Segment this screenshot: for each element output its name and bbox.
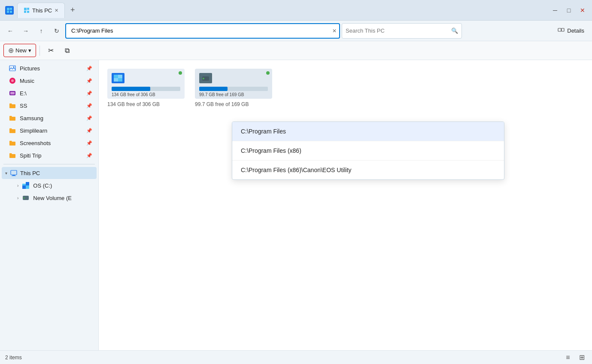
- svg-rect-16: [11, 170, 17, 175]
- search-input[interactable]: [346, 27, 449, 34]
- back-button[interactable]: ←: [3, 24, 17, 38]
- drive-free-label-c: 134 GB free of 306 GB: [107, 101, 160, 107]
- sidebar-item-music[interactable]: Music 📌: [2, 75, 97, 87]
- up-button[interactable]: ↑: [34, 24, 48, 38]
- up-icon: ↑: [40, 27, 43, 34]
- sidebar-item-label: New Volume (E: [33, 195, 72, 201]
- item-count: 2 items: [5, 355, 22, 361]
- svg-rect-0: [7, 8, 9, 10]
- details-label: Details: [567, 27, 584, 34]
- new-label: New: [15, 47, 27, 54]
- drives-container: 134 GB free of 306 GB 134 GB free of 306…: [107, 69, 583, 107]
- autocomplete-item-1[interactable]: C:\Program Files (x86): [232, 141, 504, 161]
- autocomplete-item-0[interactable]: C:\Program Files: [232, 122, 504, 141]
- pin-icon: 📌: [86, 128, 92, 133]
- svg-rect-9: [562, 28, 564, 31]
- new-tab-button[interactable]: +: [67, 4, 79, 16]
- drive-bar-bg-e: [199, 87, 268, 91]
- sidebar-item-newvolume[interactable]: › New Volume (E: [10, 192, 97, 204]
- maximize-button[interactable]: □: [565, 7, 573, 14]
- forward-icon: →: [23, 27, 29, 34]
- nav-bar: ← → ↑ ↻ ✕ 🔍 Details: [0, 21, 592, 41]
- tab-label: This PC: [32, 7, 52, 14]
- sidebar-item-pictures[interactable]: Pictures 📌: [2, 62, 97, 74]
- address-clear-button[interactable]: ✕: [332, 28, 337, 34]
- drive-visual-c: 134 GB free of 306 GB: [107, 69, 185, 99]
- sidebar-item-label: Spiti Trip: [20, 152, 42, 159]
- os-drive-icon: [22, 182, 30, 189]
- svg-rect-25: [114, 75, 118, 78]
- forward-button[interactable]: →: [19, 24, 33, 38]
- svg-rect-18: [12, 176, 16, 176]
- svg-rect-4: [24, 8, 27, 10]
- details-button[interactable]: Details: [553, 26, 589, 36]
- sidebar-item-spiti[interactable]: Spiti Trip 📌: [2, 149, 97, 161]
- drive-leds-c: [179, 71, 182, 75]
- svg-point-11: [13, 67, 15, 68]
- sidebar-this-pc-children: › OS (C:) › New Volume (E: [0, 179, 98, 204]
- drive-icon: [9, 89, 16, 97]
- chevron-down-icon: ▾: [5, 171, 7, 176]
- drive-bar-fill-c: [112, 87, 150, 91]
- drive-bar-bg-c: [112, 87, 180, 91]
- close-button[interactable]: ✕: [578, 7, 587, 14]
- sidebar-item-label: OS (C:): [33, 182, 52, 189]
- drive-progress-c: 134 GB free of 306 GB: [112, 92, 155, 97]
- tab-this-pc[interactable]: This PC ✕: [17, 3, 65, 18]
- cut-icon: ✂: [48, 46, 54, 55]
- svg-point-13: [11, 79, 14, 82]
- sidebar-item-ss[interactable]: SS 📌: [2, 100, 97, 112]
- svg-rect-27: [114, 78, 118, 82]
- sidebar-item-label: Simplilearn: [20, 127, 47, 134]
- folder-icon: [9, 139, 16, 147]
- svg-rect-26: [118, 75, 122, 78]
- list-view-icon: ≡: [566, 354, 570, 361]
- sidebar-item-screenshots[interactable]: Screenshots 📌: [2, 137, 97, 149]
- tab-close-button[interactable]: ✕: [55, 8, 58, 13]
- sidebar-this-pc[interactable]: ▾ This PC: [2, 167, 97, 179]
- autocomplete-item-label: C:\Program Files (x86)\Canon\EOS Utility: [241, 167, 352, 173]
- folder-icon: [9, 152, 16, 159]
- window-icon: [5, 6, 14, 15]
- svg-rect-20: [26, 182, 29, 185]
- sidebar-item-ev[interactable]: E:\ 📌: [2, 87, 97, 99]
- grid-view-icon: ⊞: [579, 353, 585, 361]
- this-pc-icon: [10, 169, 18, 177]
- chevron-right-icon: ›: [17, 183, 18, 188]
- copy-button[interactable]: ⧉: [60, 44, 74, 57]
- folder-icon: [9, 127, 16, 134]
- address-bar-wrapper: ✕: [65, 23, 340, 39]
- autocomplete-item-label: C:\Program Files (x86): [241, 147, 301, 154]
- music-icon: [9, 77, 16, 85]
- sidebar-item-label: Screenshots: [20, 140, 51, 146]
- refresh-button[interactable]: ↻: [50, 24, 64, 38]
- this-pc-label: This PC: [20, 170, 40, 176]
- address-input[interactable]: [65, 23, 340, 39]
- list-view-button[interactable]: ≡: [563, 352, 573, 363]
- minimize-button[interactable]: ─: [551, 7, 559, 14]
- new-button[interactable]: ⊕ New ▾: [3, 44, 36, 57]
- drive-item-c[interactable]: 134 GB free of 306 GB 134 GB free of 306…: [107, 69, 185, 107]
- autocomplete-item-2[interactable]: C:\Program Files (x86)\Canon\EOS Utility: [232, 161, 504, 179]
- drive-visual-e: 99.7 GB free of 169 GB: [195, 69, 272, 99]
- sidebar-item-osc[interactable]: › OS (C:): [10, 179, 97, 191]
- grid-view-button[interactable]: ⊞: [577, 352, 587, 363]
- drive-label-c: 134 GB free of 306 GB: [107, 101, 185, 107]
- autocomplete-dropdown: C:\Program Files C:\Program Files (x86) …: [232, 121, 504, 180]
- toolbar: ⊕ New ▾ ✂ ⧉: [0, 41, 592, 60]
- drive-icon-c: [114, 75, 122, 82]
- content-area: 134 GB free of 306 GB 134 GB free of 306…: [99, 60, 592, 350]
- pin-icon: 📌: [86, 66, 92, 71]
- sidebar-item-simplilearn[interactable]: Simplilearn 📌: [2, 124, 97, 136]
- sidebar-item-samsung[interactable]: Samsung 📌: [2, 112, 97, 124]
- svg-rect-21: [22, 185, 26, 189]
- svg-rect-3: [10, 11, 12, 13]
- sidebar-item-label: Pictures: [20, 65, 40, 72]
- pin-icon: 📌: [86, 78, 92, 84]
- refresh-icon: ↻: [54, 27, 59, 34]
- back-icon: ←: [7, 27, 13, 34]
- title-bar: This PC ✕ + ─ □ ✕: [0, 0, 592, 21]
- svg-rect-8: [558, 28, 561, 31]
- cut-button[interactable]: ✂: [43, 44, 58, 57]
- drive-item-e[interactable]: 99.7 GB free of 169 GB 99.7 GB free of 1…: [195, 69, 272, 107]
